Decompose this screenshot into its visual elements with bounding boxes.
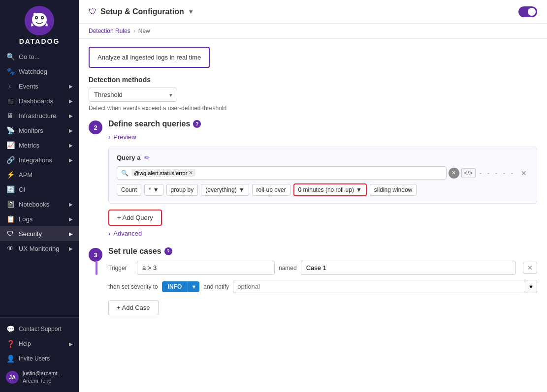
- sidebar-item-apm[interactable]: ⚡ APM: [0, 167, 79, 182]
- logo: DATADOG: [0, 0, 79, 49]
- query-search-row: 🔍 @wg.alert.status:error ✕ ✕ </> - - - -…: [117, 166, 529, 180]
- query-container: Query a ✏ 🔍 @wg.alert.status:error ✕: [108, 147, 537, 204]
- chevron-right-icon: ›: [108, 133, 110, 141]
- ci-icon: 🔄: [6, 185, 15, 193]
- groupby-label: group by: [171, 186, 194, 193]
- header-chevron-icon[interactable]: ▼: [188, 8, 194, 15]
- step3-section: 3 Set rule cases ? Trigger named ✕: [89, 247, 537, 315]
- help-icon-step3[interactable]: ?: [164, 247, 172, 255]
- everything-pill[interactable]: (everything) ▼: [201, 184, 249, 196]
- breadcrumb-current: New: [138, 28, 150, 34]
- sidebar-item-help[interactable]: ❓ Help ▶: [0, 336, 79, 351]
- apm-icon: ⚡: [6, 171, 15, 179]
- clear-tag-button[interactable]: ✕: [189, 170, 193, 176]
- groupby-pill: group by: [166, 184, 198, 196]
- clear-all-button[interactable]: ✕: [449, 168, 459, 179]
- avatar: JA: [6, 371, 19, 384]
- notify-input[interactable]: [233, 280, 525, 293]
- step2-content: Define search queries ? › Preview Query …: [108, 120, 537, 237]
- notify-label: and notify: [203, 283, 229, 290]
- sidebar-item-invite[interactable]: 👤 Invite Users: [0, 351, 79, 366]
- delete-case-button[interactable]: ✕: [523, 262, 537, 274]
- page-title: Setup & Configuration: [100, 7, 184, 16]
- detection-method-select[interactable]: Threshold: [89, 88, 177, 102]
- breadcrumb-parent[interactable]: Detection Rules: [89, 28, 130, 34]
- events-icon: ▫: [6, 82, 15, 90]
- chevron-icon: ▶: [69, 157, 73, 163]
- edit-icon[interactable]: ✏: [144, 154, 150, 161]
- user-profile[interactable]: JA justin@arcemt... Arcem Tene: [0, 366, 79, 388]
- step3-content: Set rule cases ? Trigger named ✕ then se…: [108, 247, 537, 315]
- notify-dropdown-button[interactable]: ▼: [525, 280, 537, 293]
- sidebar-item-events[interactable]: ▫ Events ▶: [0, 79, 79, 93]
- chevron-icon: ▶: [69, 84, 73, 89]
- detection-hint: Detect when events exceed a user-defined…: [89, 105, 537, 112]
- invite-icon: 👤: [6, 355, 15, 362]
- named-input[interactable]: [301, 261, 516, 275]
- sidebar-item-contact[interactable]: 💬 Contact Support: [0, 322, 79, 336]
- analyze-card: Analyze all ingested logs in real time: [89, 47, 210, 68]
- count-pill: Count: [117, 184, 141, 196]
- trigger-input[interactable]: [137, 261, 275, 275]
- sidebar-item-metrics[interactable]: 📈 Metrics ▶: [0, 138, 79, 152]
- sidebar-item-infrastructure[interactable]: 🖥 Infrastructure ▶: [0, 108, 79, 123]
- rollup-label-pill: roll-up over: [252, 184, 290, 196]
- sidebar-item-goto[interactable]: 🔍 Go to...: [0, 49, 79, 64]
- chevron-icon: ▶: [69, 113, 73, 119]
- query-remove-button[interactable]: ✕: [519, 168, 529, 178]
- star-pill[interactable]: * ▼: [144, 184, 163, 196]
- sidebar-item-security[interactable]: 🛡 Security ▶: [0, 226, 79, 241]
- severity-badge: INFO: [162, 281, 188, 292]
- detection-methods-section: Detection methods Threshold ▼ Detect whe…: [89, 76, 537, 112]
- sidebar-item-logs[interactable]: 📋 Logs ▶: [0, 211, 79, 226]
- sidebar-item-dashboards[interactable]: ▦ Dashboards ▶: [0, 93, 79, 108]
- search-icon: 🔍: [6, 53, 15, 60]
- preview-label: Preview: [113, 133, 136, 141]
- logs-icon: 📋: [6, 215, 15, 223]
- add-case-label: + Add Case: [117, 304, 150, 311]
- query-search-input[interactable]: [198, 169, 442, 177]
- rollup-label: roll-up over: [257, 186, 286, 193]
- add-query-button[interactable]: + Add Query: [108, 210, 162, 226]
- sliding-label: sliding window: [374, 186, 412, 193]
- sidebar-item-integrations[interactable]: 🔗 Integrations ▶: [0, 152, 79, 167]
- sidebar-item-notebooks[interactable]: 📓 Notebooks ▶: [0, 197, 79, 211]
- sidebar-item-ci[interactable]: 🔄 CI: [0, 182, 79, 197]
- count-label: Count: [121, 186, 137, 193]
- star-chevron-icon: ▼: [153, 186, 159, 193]
- detection-method-wrapper: Threshold ▼: [89, 88, 177, 102]
- severity-dropdown-button[interactable]: ▼: [188, 281, 199, 292]
- advanced-row[interactable]: › Advanced: [108, 230, 537, 237]
- chevron-icon: ▶: [69, 216, 73, 222]
- search-tag-text: @wg.alert.status:error: [134, 170, 187, 176]
- help-icon-step2[interactable]: ?: [193, 120, 201, 128]
- add-case-button[interactable]: + Add Case: [108, 300, 159, 315]
- code-view-button[interactable]: </>: [461, 168, 476, 178]
- chevron-icon: ▶: [69, 128, 73, 133]
- detection-label: Detection methods: [89, 76, 537, 84]
- chevron-icon: ▶: [69, 231, 73, 237]
- global-toggle[interactable]: [518, 6, 537, 17]
- sliding-window-pill: sliding window: [370, 184, 417, 196]
- severity-label: then set severity to: [108, 283, 158, 290]
- step2-circle: 2: [89, 121, 102, 134]
- content-area: Analyze all ingested logs in real time D…: [79, 39, 547, 392]
- svg-point-4: [42, 17, 43, 18]
- logo-text: DATADOG: [19, 37, 60, 45]
- rollup-value: 0 minutes (no roll-up): [298, 186, 354, 193]
- sidebar-item-ux[interactable]: 👁 UX Monitoring ▶: [0, 241, 79, 256]
- integrations-icon: 🔗: [6, 156, 15, 164]
- infrastructure-icon: 🖥: [6, 112, 15, 120]
- rollup-value-pill[interactable]: 0 minutes (no roll-up) ▼: [293, 183, 367, 196]
- header: 🛡 Setup & Configuration ▼: [79, 0, 547, 24]
- sidebar-item-watchdog[interactable]: 🐾 Watchdog: [0, 64, 79, 79]
- star-value: *: [149, 186, 151, 193]
- notify-wrapper: ▼: [233, 280, 537, 293]
- sidebar-item-monitors[interactable]: 📡 Monitors ▶: [0, 123, 79, 138]
- sidebar-bottom: 💬 Contact Support ❓ Help ▶ 👤 Invite User…: [0, 317, 79, 392]
- everything-value: (everything): [205, 186, 236, 193]
- breadcrumb: Detection Rules › New: [79, 24, 547, 39]
- analyze-card-text: Analyze all ingested logs in real time: [97, 54, 201, 61]
- preview-row[interactable]: › Preview: [108, 133, 537, 141]
- everything-chevron-icon: ▼: [239, 186, 245, 193]
